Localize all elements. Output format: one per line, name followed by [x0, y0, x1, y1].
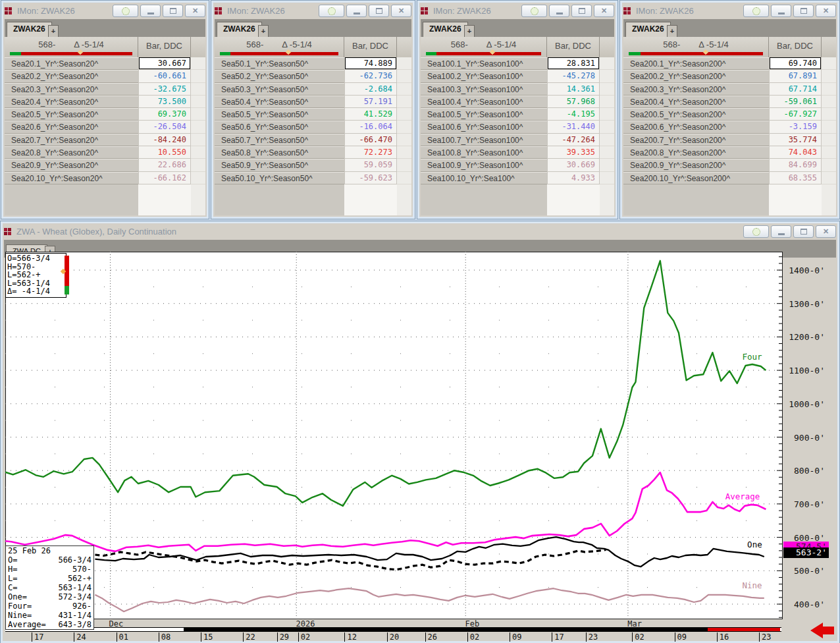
row-value[interactable]: -3.159	[769, 121, 822, 133]
close-button[interactable]: ✕	[816, 5, 836, 17]
restore-button[interactable]	[163, 5, 183, 17]
table-row[interactable]: Sea200.6_Yr^:Season200^-3.159	[623, 121, 836, 133]
table-row[interactable]: Sea20.3_Yr^:Season20^-32.675	[5, 83, 205, 96]
table-row[interactable]: Sea100.6_Yr^:Season100^-31.440	[421, 121, 614, 133]
row-value[interactable]: -32.675	[138, 83, 191, 96]
table-row[interactable]: Sea50.4_Yr^:Season50^57.191	[215, 96, 411, 108]
row-value[interactable]: 74.889	[344, 57, 397, 70]
row-value[interactable]: 68.355	[769, 172, 822, 184]
pin-button[interactable]	[113, 5, 138, 17]
nav-loaded-range[interactable]	[184, 628, 707, 631]
row-value[interactable]: 35.774	[769, 134, 822, 146]
table-row[interactable]: Sea100.9_Yr^:Season100^30.669	[421, 159, 614, 171]
imon-titlebar[interactable]: IMon: ZWAK26 ✕	[215, 3, 411, 19]
add-tab-button[interactable]: +	[464, 25, 475, 37]
table-row[interactable]: Sea50.1_Yr^:Season50^74.889	[215, 57, 411, 70]
restore-button[interactable]	[571, 5, 592, 17]
imon-titlebar[interactable]: IMon: ZWAK26 ✕	[623, 3, 836, 19]
add-tab-button[interactable]: +	[258, 25, 269, 37]
table-row[interactable]: Sea50.10_Yr^:Season50^-59.623	[215, 172, 411, 184]
range-scrollbar[interactable]	[5, 627, 781, 632]
table-row[interactable]: Sea20.1_Yr^:Season20^30.667	[5, 57, 205, 70]
row-value[interactable]: -16.064	[344, 121, 397, 133]
row-value[interactable]: 30.669	[547, 159, 600, 171]
table-row[interactable]: Sea100.4_Yr^:Season100^57.968	[421, 96, 614, 108]
table-row[interactable]: Sea50.8_Yr^:Season50^72.273	[215, 146, 411, 159]
row-value[interactable]: -62.736	[344, 70, 397, 82]
row-value[interactable]: -2.684	[344, 83, 397, 96]
close-button[interactable]: ✕	[594, 5, 614, 17]
table-row[interactable]: Sea200.1_Yr^:Season200^69.740	[623, 57, 836, 70]
pin-button[interactable]	[743, 5, 769, 17]
table-row[interactable]: Sea20.10_Yr^:Season20^-66.162	[5, 172, 205, 184]
table-row[interactable]: Sea200.9_Yr^:Season200^84.699	[623, 159, 836, 171]
table-row[interactable]: Sea20.2_Yr^:Season20^-60.661	[5, 70, 205, 82]
restore-button[interactable]	[369, 5, 389, 17]
table-row[interactable]: Sea200.7_Yr^:Season200^35.774	[623, 134, 836, 146]
row-value[interactable]: 67.891	[769, 70, 822, 82]
row-value[interactable]: -67.927	[769, 108, 822, 121]
column-header-bar-ddc[interactable]: Bar, DDC	[769, 37, 822, 57]
row-value[interactable]: 28.831	[547, 57, 600, 70]
row-value[interactable]: 59.059	[344, 159, 397, 171]
row-value[interactable]: 74.043	[769, 146, 822, 159]
row-value[interactable]: -60.661	[138, 70, 191, 82]
minimize-button[interactable]	[771, 5, 791, 17]
table-row[interactable]: Sea50.7_Yr^:Season50^-66.470	[215, 134, 411, 146]
minimize-button[interactable]	[140, 5, 161, 17]
chart-titlebar[interactable]: ZWA - Wheat (Globex), Daily Continuation…	[4, 223, 836, 240]
table-row[interactable]: Sea50.5_Yr^:Season50^41.529	[215, 108, 411, 121]
tab-zwak26[interactable]: ZWAK26	[625, 22, 671, 37]
row-value[interactable]: 57.191	[344, 96, 397, 108]
table-row[interactable]: Sea200.8_Yr^:Season200^74.043	[623, 146, 836, 159]
table-row[interactable]: Sea50.9_Yr^:Season50^59.059	[215, 159, 411, 171]
nav-visible-range[interactable]	[708, 628, 781, 631]
row-value[interactable]: 22.686	[138, 159, 191, 171]
close-button[interactable]: ✕	[816, 225, 836, 238]
chart-plot-area[interactable]	[5, 252, 783, 619]
pin-button[interactable]	[319, 5, 344, 17]
row-value[interactable]: 67.714	[769, 83, 822, 96]
table-row[interactable]: Sea200.3_Yr^:Season200^67.714	[623, 83, 836, 96]
row-value[interactable]: -59.061	[769, 96, 822, 108]
table-row[interactable]: Sea100.1_Yr^:Season100^28.831	[421, 57, 614, 70]
table-row[interactable]: Sea100.8_Yr^:Season100^39.335	[421, 146, 614, 159]
row-value[interactable]: 73.500	[138, 96, 191, 108]
row-value[interactable]: -26.504	[138, 121, 191, 133]
row-value[interactable]: 72.273	[344, 146, 397, 159]
tab-zwak26[interactable]: ZWAK26	[7, 22, 52, 37]
table-row[interactable]: Sea200.10_Yr^:Season200^68.355	[623, 172, 836, 184]
minimize-button[interactable]	[549, 5, 569, 17]
row-value[interactable]: 57.968	[547, 96, 600, 108]
table-row[interactable]: Sea200.4_Yr^:Season200^-59.061	[623, 96, 836, 108]
column-header-bar-ddc[interactable]: Bar, DDC	[344, 37, 397, 57]
column-header-bar-ddc[interactable]: Bar, DDC	[547, 37, 600, 57]
pin-button[interactable]	[743, 225, 769, 238]
row-value[interactable]: 41.529	[344, 108, 397, 121]
table-row[interactable]: Sea200.2_Yr^:Season200^67.891	[623, 70, 836, 82]
table-row[interactable]: Sea20.5_Yr^:Season20^69.370	[5, 108, 205, 121]
row-value[interactable]: -59.623	[344, 172, 397, 184]
table-row[interactable]: Sea200.5_Yr^:Season200^-67.927	[623, 108, 836, 121]
row-value[interactable]: 69.370	[138, 108, 191, 121]
row-value[interactable]: 14.361	[547, 83, 600, 96]
row-value[interactable]: 10.550	[138, 146, 191, 159]
minimize-button[interactable]	[771, 225, 791, 238]
table-row[interactable]: Sea100.7_Yr^:Season100^-47.264	[421, 134, 614, 146]
row-value[interactable]: 30.667	[138, 57, 191, 70]
row-value[interactable]: -84.240	[138, 134, 191, 146]
pin-button[interactable]	[521, 5, 547, 17]
table-row[interactable]: Sea20.9_Yr^:Season20^22.686	[5, 159, 205, 171]
imon-titlebar[interactable]: IMon: ZWAK26 ✕	[421, 3, 614, 19]
row-value[interactable]: -47.264	[547, 134, 600, 146]
imon-titlebar[interactable]: IMon: ZWAK26 ✕	[5, 3, 205, 19]
table-row[interactable]: Sea100.3_Yr^:Season100^14.361	[421, 83, 614, 96]
row-value[interactable]: -4.195	[547, 108, 600, 121]
row-value[interactable]: -31.440	[547, 121, 600, 133]
row-value[interactable]: -66.470	[344, 134, 397, 146]
close-button[interactable]: ✕	[185, 5, 205, 17]
restore-button[interactable]	[793, 225, 814, 238]
row-value[interactable]: -66.162	[138, 172, 191, 184]
table-row[interactable]: Sea20.4_Yr^:Season20^73.500	[5, 96, 205, 108]
table-row[interactable]: Sea50.2_Yr^:Season50^-62.736	[215, 70, 411, 82]
